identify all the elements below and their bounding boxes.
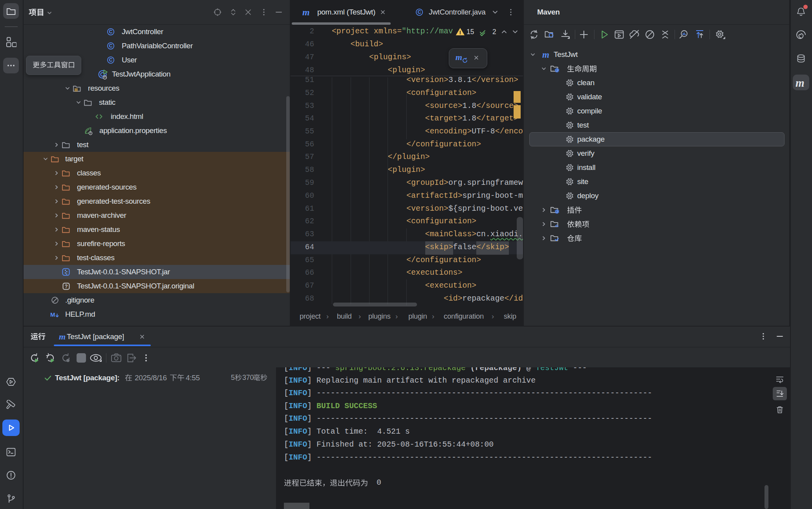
svg-text:C: C <box>417 9 421 15</box>
svg-text:C: C <box>109 43 112 49</box>
svg-text:?: ? <box>64 284 68 289</box>
svg-text:C: C <box>109 29 112 35</box>
svg-text:M: M <box>50 311 55 318</box>
svg-text:C: C <box>109 57 112 63</box>
